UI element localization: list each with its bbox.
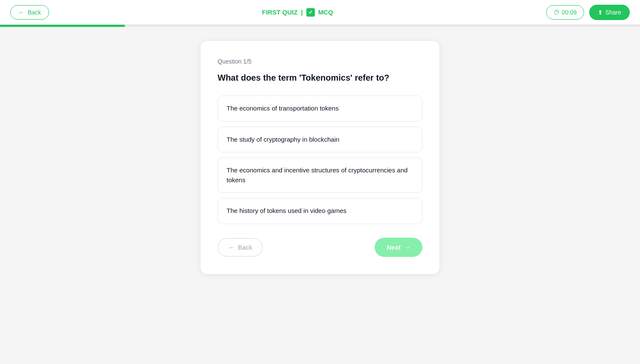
quiz-title: FIRST QUIZ [262, 9, 297, 16]
question-text: What does the term 'Tokenomics' refer to… [218, 72, 422, 84]
card-footer: Back Next [218, 238, 422, 257]
back-arrow-icon [18, 9, 24, 16]
header-right: 00:09 ⬆ Share [546, 5, 630, 20]
header-left: Back [10, 5, 49, 20]
clock-icon [553, 9, 559, 16]
share-icon: ⬆ [598, 9, 603, 16]
card-back-button[interactable]: Back [218, 238, 263, 256]
timer-button[interactable]: 00:09 [546, 5, 584, 20]
quiz-card: Question 1/5 What does the term 'Tokenom… [201, 41, 439, 274]
quiz-separator: | [301, 9, 303, 16]
progress-bar-fill [0, 25, 125, 27]
option-4-text: The history of tokens used in video game… [227, 207, 346, 214]
main-content: Question 1/5 What does the term 'Tokenom… [0, 0, 640, 364]
check-icon: ✓ [306, 8, 315, 17]
card-back-arrow-icon [228, 244, 235, 251]
share-label: Share [605, 9, 621, 16]
option-3[interactable]: The economics and incentive structures o… [218, 157, 422, 193]
option-2-text: The study of cryptography in blockchain [227, 136, 339, 143]
quiz-type: MCQ [318, 9, 333, 16]
next-label: Next [387, 244, 401, 251]
header-back-label: Back [28, 9, 41, 16]
option-3-text: The economics and incentive structures o… [227, 166, 407, 183]
progress-bar-container [0, 25, 640, 27]
header-back-button[interactable]: Back [10, 5, 49, 20]
option-1-text: The economics of transportation tokens [227, 105, 339, 112]
share-button[interactable]: ⬆ Share [589, 5, 630, 20]
card-back-label: Back [238, 244, 252, 251]
next-button[interactable]: Next [375, 238, 422, 257]
option-2[interactable]: The study of cryptography in blockchain [218, 127, 422, 153]
question-label: Question 1/5 [218, 58, 422, 65]
option-1[interactable]: The economics of transportation tokens [218, 96, 422, 122]
header: Back FIRST QUIZ | ✓ MCQ 00:09 ⬆ Share [0, 0, 640, 25]
option-4[interactable]: The history of tokens used in video game… [218, 198, 422, 224]
header-center: FIRST QUIZ | ✓ MCQ [262, 8, 333, 17]
timer-value: 00:09 [562, 9, 577, 16]
next-arrow-icon [404, 244, 410, 251]
options-list: The economics of transportation tokens T… [218, 96, 422, 224]
